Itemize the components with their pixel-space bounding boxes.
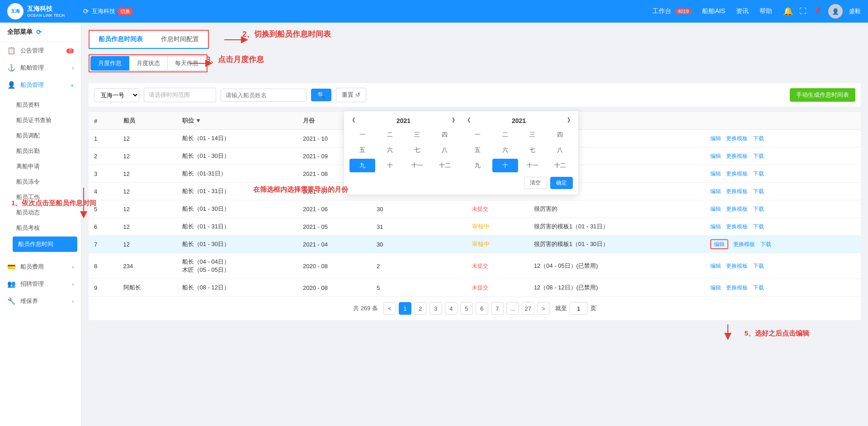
sidebar-refresh-icon[interactable]: ⟳: [36, 28, 42, 36]
nav-news[interactable]: 资讯: [736, 7, 749, 15]
action-download-6[interactable]: 下载: [753, 223, 764, 230]
cal-cell-2[interactable]: 二: [377, 128, 403, 142]
sidebar-item-notice[interactable]: 📋 公告管理 0: [0, 42, 81, 59]
page-prev[interactable]: <: [383, 302, 396, 315]
cal-cell-1[interactable]: 一: [349, 128, 375, 142]
action-change-6[interactable]: 更换模板: [726, 223, 748, 230]
cal-cell-9[interactable]: 九: [349, 159, 375, 172]
nav-workbench[interactable]: 工作台 4019: [652, 7, 691, 15]
generate-button[interactable]: 手动生成作息时间表: [790, 88, 855, 102]
avatar[interactable]: 👤: [828, 4, 843, 19]
page-3[interactable]: 3: [429, 302, 442, 315]
cal-left-prev-prev[interactable]: 《: [349, 117, 355, 124]
sidebar-item-crew-info[interactable]: 船员资料: [9, 97, 81, 113]
sidebar-item-fee[interactable]: 💳 船员费用 ›: [0, 258, 81, 275]
action-change-2[interactable]: 更换模板: [726, 153, 748, 159]
action-edit-7[interactable]: 编辑: [710, 239, 728, 249]
sidebar-item-crew-rest[interactable]: 船员作息时间: [13, 237, 77, 252]
action-download-2[interactable]: 下载: [753, 153, 764, 159]
page-jump-input[interactable]: [570, 302, 588, 315]
cal-rcell-5[interactable]: 五: [465, 143, 491, 157]
sidebar-item-crew-dynamic[interactable]: 船员动态: [9, 205, 81, 220]
page-5[interactable]: 5: [460, 302, 473, 315]
action-edit-8[interactable]: 编辑: [710, 263, 721, 269]
cal-cell-11[interactable]: 十一: [405, 159, 430, 172]
page-6[interactable]: 6: [476, 302, 488, 315]
action-change-9[interactable]: 更换模板: [726, 284, 748, 291]
action-change-3[interactable]: 更换模板: [726, 170, 748, 177]
cal-rcell-3[interactable]: 三: [520, 128, 546, 142]
cal-cell-6[interactable]: 六: [377, 143, 403, 157]
action-edit-9[interactable]: 编辑: [710, 284, 721, 291]
cal-clear-button[interactable]: 清空: [524, 177, 547, 189]
nav-ais[interactable]: 船舶AIS: [702, 7, 725, 15]
tab-rest-table[interactable]: 船员作息时间表: [90, 31, 152, 49]
search-button[interactable]: 🔍: [311, 89, 331, 101]
cal-rcell-9[interactable]: 九: [465, 159, 491, 172]
sidebar-item-crew[interactable]: 👤 船员管理 ∨: [0, 76, 81, 94]
action-download-8[interactable]: 下载: [753, 263, 764, 269]
cal-cell-5[interactable]: 五: [349, 143, 375, 157]
crew-name-input[interactable]: [221, 89, 307, 102]
page-27[interactable]: 27: [522, 302, 534, 315]
tab-rest-config[interactable]: 作息时间配置: [152, 31, 208, 49]
cal-right-prev[interactable]: 《: [465, 117, 470, 124]
sub-tab-daily[interactable]: 每天作息: [167, 56, 206, 71]
cal-ok-button[interactable]: 确定: [550, 177, 573, 189]
cal-rcell-1[interactable]: 一: [465, 128, 491, 142]
cal-rcell-4[interactable]: 四: [547, 128, 573, 142]
cal-rcell-6[interactable]: 六: [492, 143, 518, 157]
cal-rcell-8[interactable]: 八: [547, 143, 573, 157]
sub-tab-monthly-status[interactable]: 月度状态: [129, 56, 168, 71]
page-2[interactable]: 2: [414, 302, 427, 315]
breadcrumb-home[interactable]: 互海科技: [92, 7, 115, 15]
action-download-7[interactable]: 下载: [760, 241, 771, 247]
page-7[interactable]: 7: [491, 302, 504, 315]
action-edit-6[interactable]: 编辑: [710, 223, 721, 230]
nav-help[interactable]: 帮助: [760, 7, 772, 15]
action-edit-4[interactable]: 编辑: [710, 188, 721, 194]
fullscreen-icon[interactable]: ⛶: [799, 7, 807, 15]
ship-select[interactable]: 互海一号: [94, 88, 139, 102]
col-position[interactable]: 职位 ▼: [177, 112, 297, 130]
action-edit-3[interactable]: 编辑: [710, 170, 721, 177]
action-change-5[interactable]: 更换模板: [726, 206, 748, 212]
sidebar-item-crew-freeze[interactable]: 船员冻令: [9, 174, 81, 189]
cal-cell-3[interactable]: 三: [405, 128, 430, 142]
cal-cell-7[interactable]: 七: [405, 143, 430, 157]
sidebar-item-recruit[interactable]: 👥 招聘管理 ›: [0, 275, 81, 293]
sidebar-item-crew-injury[interactable]: 船员工伤: [9, 189, 81, 205]
sidebar-item-crew-attend[interactable]: 船员出勤: [9, 143, 81, 159]
sidebar-item-crew-cert[interactable]: 船员证书查验: [9, 113, 81, 128]
cal-rcell-7[interactable]: 七: [520, 143, 546, 157]
cal-left-next[interactable]: 》: [452, 117, 458, 124]
date-range-picker[interactable]: 请选择时间范围: [144, 88, 216, 102]
action-change-8[interactable]: 更换模板: [726, 263, 748, 269]
help-icon[interactable]: ❓: [813, 7, 822, 16]
sidebar-item-crew-dispatch[interactable]: 船员调配: [9, 128, 81, 143]
sub-tab-monthly[interactable]: 月度作息: [90, 56, 129, 71]
sidebar-item-crew-assess[interactable]: 船员考核: [9, 220, 81, 236]
cal-cell-10[interactable]: 十: [377, 159, 403, 172]
cal-cell-8[interactable]: 八: [432, 143, 458, 157]
cal-rcell-2[interactable]: 二: [492, 128, 518, 142]
cal-cell-4[interactable]: 四: [432, 128, 458, 142]
action-edit-1[interactable]: 编辑: [710, 135, 721, 142]
page-next[interactable]: >: [537, 302, 550, 315]
page-4[interactable]: 4: [445, 302, 458, 315]
action-change-7[interactable]: 更换模板: [733, 241, 755, 247]
cal-right-next-next[interactable]: 》: [567, 117, 573, 124]
page-1[interactable]: 1: [399, 302, 411, 315]
cal-rcell-10[interactable]: 十: [492, 159, 518, 172]
action-download-9[interactable]: 下载: [753, 284, 764, 291]
sidebar-item-ship[interactable]: ⚓ 船舶管理 ›: [0, 59, 81, 76]
action-download-3[interactable]: 下载: [753, 170, 764, 177]
cal-cell-12[interactable]: 十二: [432, 159, 458, 172]
action-download-5[interactable]: 下载: [753, 206, 764, 212]
sidebar-item-crew-leave[interactable]: 离船申请: [9, 159, 81, 174]
cal-rcell-12[interactable]: 十二: [547, 159, 573, 172]
notification-icon[interactable]: 🔔: [783, 6, 793, 16]
action-download-1[interactable]: 下载: [753, 135, 764, 142]
sidebar-item-maintain[interactable]: 🔧 维保养 ›: [0, 293, 81, 310]
action-change-1[interactable]: 更换模板: [726, 135, 748, 142]
